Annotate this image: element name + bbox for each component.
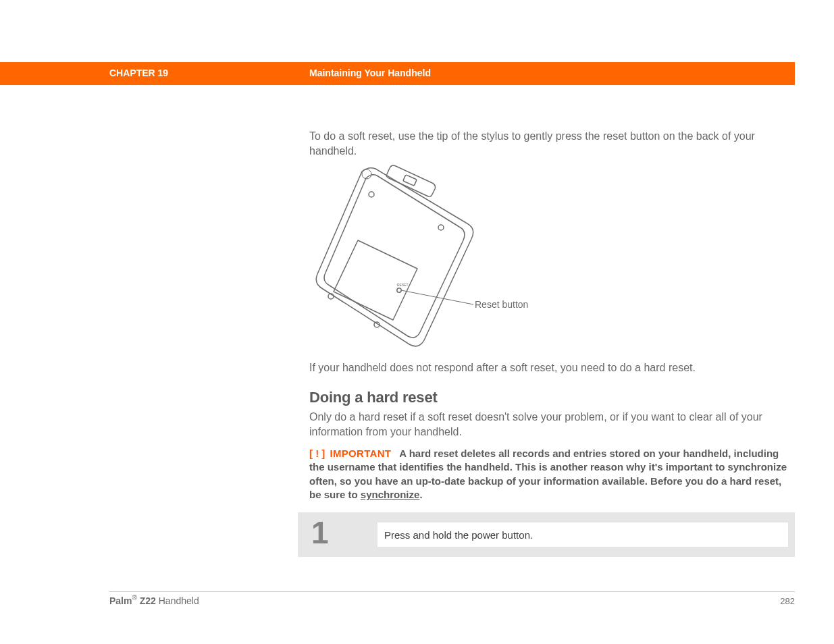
important-bracket-icon: [ ! ]	[309, 448, 325, 459]
step-instruction: Press and hold the power button.	[377, 522, 788, 547]
chapter-label: CHAPTER 19	[109, 68, 168, 78]
important-note: [ ! ] IMPORTANT A hard reset deletes all…	[309, 447, 789, 502]
page: CHAPTER 19 Maintaining Your Handheld To …	[0, 0, 834, 644]
handheld-diagram: RESET	[309, 161, 647, 363]
footer-suffix: Handheld	[156, 595, 199, 606]
step-text: Press and hold the power button.	[384, 529, 533, 541]
registered-mark: ®	[132, 594, 136, 601]
page-number: 282	[780, 596, 795, 606]
svg-line-7	[401, 290, 473, 304]
hard-reset-heading: Doing a hard reset	[309, 389, 438, 406]
reset-button-callout: Reset button	[475, 299, 528, 310]
chapter-header-bar: CHAPTER 19 Maintaining Your Handheld	[0, 62, 795, 85]
step-1-box: 1 Press and hold the power button.	[298, 512, 795, 557]
chapter-title: Maintaining Your Handheld	[309, 68, 431, 78]
important-tag: IMPORTANT	[330, 448, 392, 459]
synchronize-link[interactable]: synchronize	[361, 489, 420, 500]
footer-model: Z22	[137, 595, 156, 606]
footer-divider	[109, 591, 795, 592]
step-number: 1	[311, 514, 329, 551]
footer-brand-name: Palm	[109, 595, 132, 606]
callout-line-icon	[309, 161, 485, 363]
after-soft-reset-paragraph: If your handheld does not respond after …	[309, 360, 782, 375]
soft-reset-paragraph: To do a soft reset, use the tip of the s…	[309, 129, 782, 158]
important-after: .	[419, 489, 422, 500]
footer-brand: Palm® Z22 Handheld	[109, 594, 199, 606]
hard-reset-intro: Only do a hard reset if a soft reset doe…	[309, 410, 782, 439]
